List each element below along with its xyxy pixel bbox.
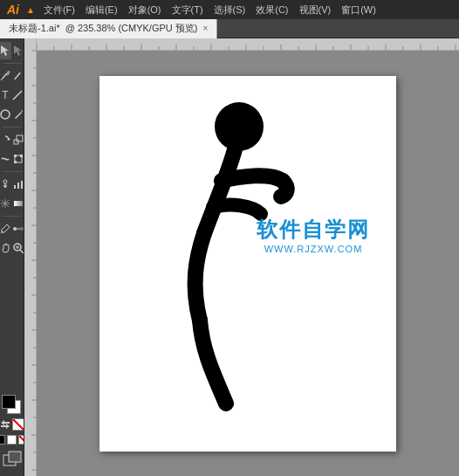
app-logo: Ai <box>7 3 19 17</box>
tab-info: @ 235.38% (CMYK/GPU 预览) <box>65 22 198 35</box>
color-mode-row <box>0 435 24 445</box>
app-icon-triangle: ▲ <box>26 5 35 15</box>
ruler-h-ticks <box>37 38 459 50</box>
mesh-tools-row <box>0 195 24 212</box>
svg-point-17 <box>13 227 17 231</box>
svg-marker-0 <box>1 45 9 56</box>
tool-separator-4 <box>3 216 22 217</box>
blend-tool[interactable] <box>12 220 24 238</box>
free-transform-tool[interactable] <box>12 150 24 168</box>
menu-type[interactable]: 文字(T) <box>172 3 203 17</box>
swatch-row <box>0 418 24 431</box>
column-graph-tool[interactable] <box>12 176 24 193</box>
line-tool[interactable] <box>11 86 24 104</box>
hand-tools-row <box>0 239 24 257</box>
menu-bar: 文件(F) 编辑(E) 对象(O) 文字(T) 选择(S) 效果(C) 视图(V… <box>44 3 376 17</box>
svg-point-18 <box>20 227 24 231</box>
white-canvas[interactable]: 软件自学网 WWW.RJZXW.COM <box>99 76 396 452</box>
none-swatch[interactable] <box>18 435 24 445</box>
menu-view[interactable]: 视图(V) <box>299 3 332 17</box>
eyedropper-tools-row <box>0 220 24 238</box>
menu-select[interactable]: 选择(S) <box>214 3 246 17</box>
svg-line-21 <box>20 250 24 253</box>
svg-point-3 <box>1 110 10 119</box>
tab-label: 未标题-1.ai* <box>9 22 60 35</box>
menu-file[interactable]: 文件(F) <box>44 3 75 17</box>
stick-figure <box>134 93 309 425</box>
white-swatch[interactable] <box>7 435 17 445</box>
eyedropper-tool[interactable] <box>0 220 11 238</box>
ruler-v-ticks <box>24 38 37 476</box>
symbol-sprayer-tool[interactable] <box>0 176 11 193</box>
menu-window[interactable]: 窗口(W) <box>341 3 376 17</box>
svg-rect-25 <box>9 452 21 462</box>
title-bar: Ai ▲ 文件(F) 编辑(E) 对象(O) 文字(T) 选择(S) 效果(C)… <box>0 0 459 19</box>
none-color-box[interactable] <box>12 418 24 431</box>
watermark: 软件自学网 WWW.RJZXW.COM <box>257 216 370 254</box>
type-tool[interactable]: T <box>0 86 10 104</box>
foreground-color-box[interactable] <box>2 395 16 409</box>
tool-separator-2 <box>3 127 22 128</box>
color-boxes[interactable] <box>2 395 23 416</box>
svg-rect-9 <box>20 155 23 157</box>
watermark-chinese: 软件自学网 <box>257 216 370 244</box>
mesh-tool[interactable] <box>0 195 11 212</box>
hand-tool[interactable] <box>0 239 11 257</box>
color-section <box>0 391 24 473</box>
swap-colors-icon[interactable] <box>0 419 10 430</box>
symbol-tools-row <box>0 176 24 193</box>
zoom-tool[interactable] <box>12 239 24 257</box>
select-tools-row <box>0 42 24 59</box>
artboard-section <box>3 451 22 469</box>
canvas-content: 软件自学网 WWW.RJZXW.COM <box>37 51 459 476</box>
freeform-pen-tool[interactable] <box>12 67 24 85</box>
svg-rect-13 <box>17 183 19 189</box>
svg-marker-1 <box>14 45 22 56</box>
paintbrush-tool[interactable] <box>12 106 24 123</box>
direct-select-tool[interactable] <box>12 42 24 59</box>
svg-line-16 <box>1 231 3 233</box>
rotate-tools-row <box>0 131 24 148</box>
canvas-area: 软件自学网 WWW.RJZXW.COM <box>24 38 459 476</box>
gradient-tool[interactable] <box>12 195 24 212</box>
selection-tool[interactable] <box>0 42 11 59</box>
menu-object[interactable]: 对象(O) <box>128 3 161 17</box>
svg-rect-6 <box>17 135 23 141</box>
menu-edit[interactable]: 编辑(E) <box>86 3 118 17</box>
vertical-ruler <box>24 38 37 476</box>
pen-tools-row <box>0 67 24 85</box>
scale-tool[interactable] <box>12 131 24 148</box>
warp-tool[interactable] <box>0 150 11 168</box>
svg-rect-10 <box>14 161 17 163</box>
ellipse-tool[interactable] <box>0 106 11 123</box>
svg-rect-12 <box>14 185 16 189</box>
main-layout: T <box>0 38 459 476</box>
horizontal-ruler <box>24 38 459 51</box>
svg-point-11 <box>3 180 7 183</box>
tool-separator-3 <box>3 171 22 172</box>
svg-rect-14 <box>21 181 23 189</box>
document-tab[interactable]: 未标题-1.ai* @ 235.38% (CMYK/GPU 预览) × <box>0 19 217 38</box>
tool-separator-1 <box>3 63 22 64</box>
toolbar: T <box>0 38 24 476</box>
black-swatch[interactable] <box>0 435 5 445</box>
pen-tool[interactable] <box>0 67 11 85</box>
svg-line-2 <box>13 91 22 100</box>
watermark-english: WWW.RJZXW.COM <box>257 244 370 254</box>
menu-effect[interactable]: 效果(C) <box>256 3 288 17</box>
rotate-tool[interactable] <box>0 131 11 148</box>
artboard-icon <box>3 451 22 466</box>
svg-marker-4 <box>7 138 10 141</box>
tab-bar: 未标题-1.ai* @ 235.38% (CMYK/GPU 预览) × <box>0 19 459 38</box>
svg-rect-15 <box>14 201 23 206</box>
svg-rect-8 <box>14 155 17 157</box>
shape-tools-row <box>0 106 24 123</box>
tab-close-button[interactable]: × <box>202 24 208 33</box>
warp-tools-row <box>0 150 24 168</box>
type-tools-row: T <box>0 86 24 104</box>
